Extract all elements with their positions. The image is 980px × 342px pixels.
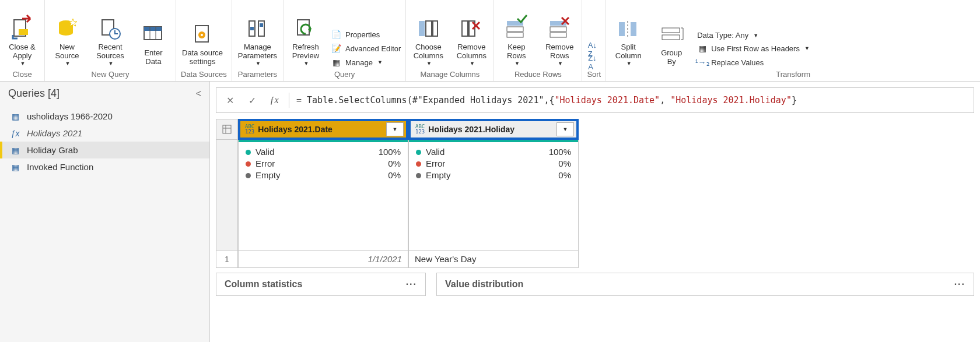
ribbon: Close & Apply▼ Close New Source▼ Recent … [0,0,980,82]
svg-rect-15 [250,27,254,30]
column-quality: Valid100% Error0% Empty0% [408,140,579,251]
query-item-label: Holidays 2021 [27,128,82,138]
main-area: Queries [4] < ▦usholidays 1966-2020ƒxHol… [0,82,980,342]
remove-columns-button[interactable]: Remove Columns▼ [454,16,489,68]
query-item[interactable]: ▦Holiday Grab [0,142,209,158]
first-row-headers-button[interactable]: ▦Use First Row as Headers▼ [697,43,810,54]
refresh-icon [294,17,317,41]
advanced-editor-button[interactable]: 📝Advanced Editor [331,43,401,54]
column-filter-button[interactable]: ▼ [556,122,574,136]
group-transform: Split Column▼ Group By Data Type: Any▼ ▦… [606,0,980,81]
formula-text[interactable]: = Table.SelectColumns(#"Expanded Holiday… [296,95,968,105]
column-header[interactable]: ABC123Holidays 2021.Holiday▼ [408,119,579,140]
data-source-settings-button[interactable]: Data source settings [181,22,224,68]
new-source-button[interactable]: New Source▼ [50,16,85,68]
query-item[interactable]: ▦Invoked Function [0,158,209,175]
replace-values-button[interactable]: ¹→₂Replace Values [697,57,810,68]
queries-title: Queries [4] [8,87,60,100]
recent-sources-button[interactable]: Recent Sources▼ [93,16,128,68]
value-distribution-panel[interactable]: Value distribution ··· [436,273,974,296]
split-column-button[interactable]: Split Column▼ [611,16,646,68]
group-by-button[interactable]: Group By [654,22,689,68]
caret-icon: ▼ [20,61,26,66]
headers-icon: ▦ [697,43,708,54]
formula-bar: ✕ ✓ ƒx = Table.SelectColumns(#"Expanded … [216,87,974,113]
data-type-button[interactable]: Data Type: Any▼ [697,31,810,40]
caret-icon: ▼ [753,33,758,38]
svg-rect-25 [507,27,523,31]
sort-desc-button[interactable]: Z↓A [587,57,597,68]
keep-rows-icon [505,17,528,41]
group-close: Close & Apply▼ Close [0,0,45,81]
svg-rect-20 [426,21,432,36]
collapse-queries-button[interactable]: < [196,89,201,99]
svg-rect-28 [550,27,566,31]
caret-icon: ▼ [804,45,810,51]
gear-page-icon [191,23,214,47]
group-data-sources: Data source settings Data Sources [176,0,232,81]
caret-icon: ▼ [65,61,71,66]
manage-button[interactable]: ▦Manage▼ [331,57,401,68]
column-statistics-panel[interactable]: Column statistics ··· [216,273,426,296]
group-query: Refresh Preview▼ 📄Properties 📝Advanced E… [284,0,406,81]
svg-rect-14 [258,21,264,36]
sort-desc-icon: Z↓A [587,57,597,68]
svg-rect-35 [223,125,231,133]
svg-rect-30 [619,22,625,36]
bottom-panels: Column statistics ··· Value distribution… [216,273,974,296]
group-new-query: New Source▼ Recent Sources▼ Enter Data N… [45,0,176,81]
caret-icon: ▼ [514,61,520,66]
svg-rect-7 [144,27,162,31]
database-star-icon [55,17,79,41]
svg-rect-1 [19,29,28,35]
cell[interactable]: 1/1/2021 [238,251,408,268]
remove-rows-icon [548,17,571,41]
manage-parameters-button[interactable]: Manage Parameters▼ [237,16,278,68]
svg-rect-29 [550,33,566,37]
query-item[interactable]: ƒxHolidays 2021 [0,125,209,142]
svg-point-12 [201,34,203,36]
more-icon[interactable]: ··· [406,279,417,290]
properties-button[interactable]: 📄Properties [331,29,401,40]
keep-rows-button[interactable]: Keep Rows▼ [499,16,534,68]
caret-icon: ▼ [256,61,261,66]
enter-data-icon [142,23,165,47]
query-item-label: Holiday Grab [27,145,78,155]
group-reduce-rows: Keep Rows▼ Remove Rows▼ Reduce Rows [494,0,582,81]
column-header[interactable]: ABC123Holidays 2021.Date▼ [238,119,408,140]
svg-rect-16 [260,23,263,27]
type-any-icon: ABC123 [411,124,428,135]
function-icon: ƒx [9,129,21,138]
row-index-header[interactable] [216,119,238,140]
more-icon[interactable]: ··· [954,279,965,290]
refresh-preview-button[interactable]: Refresh Preview▼ [288,16,323,68]
close-apply-button[interactable]: Close & Apply▼ [5,16,40,68]
group-manage-columns: Choose Columns▼ Remove Columns▼ Manage C… [406,0,494,81]
query-item[interactable]: ▦usholidays 1966-2020 [0,108,209,125]
fx-icon: ƒx [267,93,282,108]
confirm-formula-button[interactable]: ✓ [244,93,260,108]
parameters-icon [246,17,269,41]
editor-icon: 📝 [331,43,342,54]
cancel-formula-button[interactable]: ✕ [222,93,237,108]
table-row[interactable]: 1 1/1/2021 New Year's Day [216,251,974,268]
svg-rect-19 [419,21,425,36]
caret-icon: ▼ [470,61,475,66]
svg-rect-34 [662,35,680,40]
enter-data-button[interactable]: Enter Data [136,22,171,68]
caret-icon: ▼ [377,59,383,65]
svg-rect-22 [462,21,468,36]
properties-icon: 📄 [331,29,342,40]
remove-rows-button[interactable]: Remove Rows▼ [542,16,577,68]
row-index: 1 [216,251,238,268]
recent-sources-icon [99,17,122,41]
svg-rect-26 [507,33,523,37]
choose-columns-button[interactable]: Choose Columns▼ [411,16,446,68]
remove-columns-icon [460,17,483,41]
column-filter-button[interactable]: ▼ [386,122,404,136]
quality-gutter [216,140,238,251]
cell[interactable]: New Year's Day [408,251,579,268]
caret-icon: ▼ [426,61,432,66]
queries-pane: Queries [4] < ▦usholidays 1966-2020ƒxHol… [0,82,210,342]
type-any-icon: ABC123 [240,124,258,135]
